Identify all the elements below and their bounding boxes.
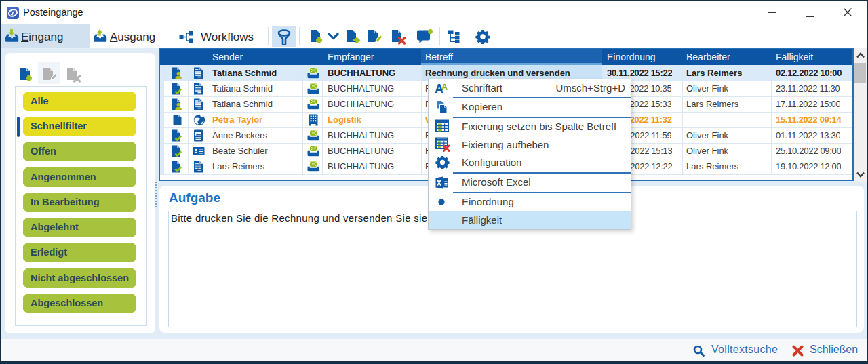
svg-text:A: A (435, 82, 443, 95)
